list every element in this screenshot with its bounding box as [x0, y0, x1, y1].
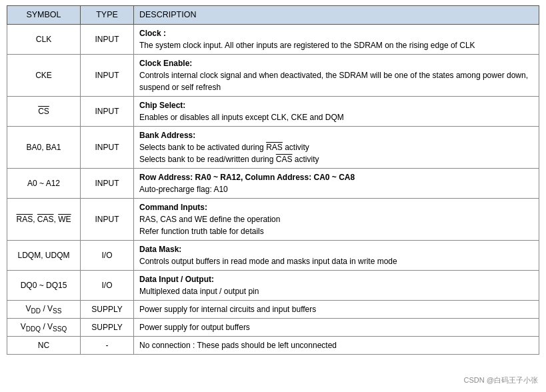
overline-cas: CAS — [276, 155, 293, 164]
table-row: RAS, CAS, WE INPUT Command Inputs: RAS, … — [7, 198, 539, 240]
overline-ras2: RAS — [16, 215, 33, 224]
symbol-dq: DQ0 ~ DQ15 — [7, 270, 81, 300]
type-dqm: I/O — [81, 240, 134, 270]
main-container: SYMBOL TYPE DESCRIPTION CLK INPUT Clock … — [0, 0, 546, 375]
type-a0a12: INPUT — [81, 168, 134, 198]
symbol-dqm: LDQM, UDQM — [7, 240, 81, 270]
desc-a0a12: Row Address: RA0 ~ RA12, Column Address:… — [134, 168, 539, 198]
desc-ba: Bank Address: Selects bank to be activat… — [134, 126, 539, 168]
table-row: DQ0 ~ DQ15 I/O Data Input / Output: Mult… — [7, 270, 539, 300]
desc-dqm: Data Mask: Controls output buffers in re… — [134, 240, 539, 270]
header-type: TYPE — [81, 6, 134, 25]
table-row: VDD / VSS SUPPLY Power supply for intern… — [7, 300, 539, 318]
overline-ras: RAS — [266, 143, 283, 152]
type-nc: - — [81, 336, 134, 354]
overline-we: WE — [58, 215, 71, 224]
overline-cas2: CAS — [37, 215, 54, 224]
symbol-ba: BA0, BA1 — [7, 126, 81, 168]
table-row: VDDQ / VSSQ SUPPLY Power supply for outp… — [7, 318, 539, 336]
type-ras-cas-we: INPUT — [81, 198, 134, 240]
type-clk: INPUT — [81, 24, 134, 54]
header-description: DESCRIPTION — [134, 6, 539, 25]
type-ba: INPUT — [81, 126, 134, 168]
desc-nc: No connection : These pads should be lef… — [134, 336, 539, 354]
table-row: CS INPUT Chip Select: Enables or disable… — [7, 96, 539, 126]
desc-vdd: Power supply for internal circuits and i… — [134, 300, 539, 318]
symbol-ras-cas-we: RAS, CAS, WE — [7, 198, 81, 240]
type-cke: INPUT — [81, 54, 134, 96]
symbol-a0a12: A0 ~ A12 — [7, 168, 81, 198]
type-vddq: SUPPLY — [81, 318, 134, 336]
type-cs: INPUT — [81, 96, 134, 126]
type-dq: I/O — [81, 270, 134, 300]
desc-ras-cas-we: Command Inputs: RAS, CAS and WE define t… — [134, 198, 539, 240]
table-row: BA0, BA1 INPUT Bank Address: Selects ban… — [7, 126, 539, 168]
table-row: CKE INPUT Clock Enable: Controls interna… — [7, 54, 539, 96]
watermark-text: CSDN @白码王子小张 — [464, 375, 538, 385]
table-row: A0 ~ A12 INPUT Row Address: RA0 ~ RA12, … — [7, 168, 539, 198]
table-row: NC - No connection : These pads should b… — [7, 336, 539, 354]
table-row: CLK INPUT Clock : The system clock input… — [7, 24, 539, 54]
symbol-cke: CKE — [7, 54, 81, 96]
pin-description-table: SYMBOL TYPE DESCRIPTION CLK INPUT Clock … — [7, 5, 539, 355]
desc-cke: Clock Enable: Controls internal clock si… — [134, 54, 539, 96]
symbol-clk: CLK — [7, 24, 81, 54]
desc-clk: Clock : The system clock input. All othe… — [134, 24, 539, 54]
overline-cs: CS — [38, 107, 49, 116]
symbol-vddq: VDDQ / VSSQ — [7, 318, 81, 336]
symbol-cs: CS — [7, 96, 81, 126]
desc-vddq: Power supply for output buffers — [134, 318, 539, 336]
table-row: LDQM, UDQM I/O Data Mask: Controls outpu… — [7, 240, 539, 270]
desc-cs: Chip Select: Enables or disables all inp… — [134, 96, 539, 126]
type-vdd: SUPPLY — [81, 300, 134, 318]
symbol-vdd: VDD / VSS — [7, 300, 81, 318]
header-symbol: SYMBOL — [7, 6, 81, 25]
symbol-nc: NC — [7, 336, 81, 354]
desc-dq: Data Input / Output: Multiplexed data in… — [134, 270, 539, 300]
